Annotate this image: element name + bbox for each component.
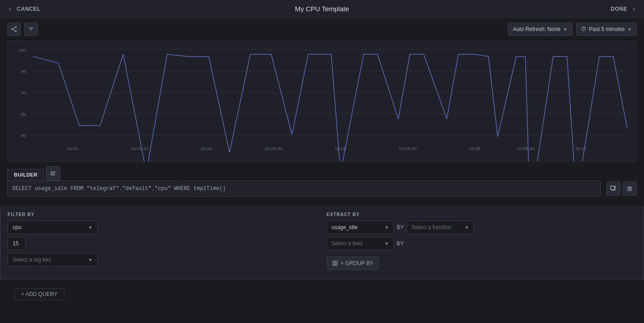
tag-key-select[interactable]: Select a tag key ▼ bbox=[8, 253, 98, 266]
chevron-down-icon: ▼ bbox=[385, 241, 389, 246]
header: ‹ CANCEL My CPU Template DONE › bbox=[0, 0, 644, 18]
builder-body: FILTER BY cpu ▼ 15 Select a tag key ▼ EX… bbox=[0, 206, 644, 279]
copy-query-button[interactable] bbox=[606, 181, 621, 196]
filter-by-section: FILTER BY cpu ▼ 15 Select a tag key ▼ bbox=[8, 212, 318, 273]
chevron-down-icon: ▼ bbox=[465, 225, 469, 230]
svg-text:16:03: 16:03 bbox=[67, 146, 78, 151]
sql-text: SELECT usage_idle FROM "telegraf"."defau… bbox=[12, 186, 596, 192]
chevron-down-icon: ▼ bbox=[563, 27, 568, 32]
function-placeholder: Select a function bbox=[411, 224, 452, 230]
svg-rect-29 bbox=[50, 174, 55, 175]
delete-query-button[interactable] bbox=[622, 181, 637, 196]
extract-by-label: EXTRACT BY bbox=[326, 212, 636, 217]
extract-by-section: EXTRACT BY usage_idle ▼ BY Select a func… bbox=[326, 212, 636, 273]
svg-rect-37 bbox=[335, 264, 337, 265]
svg-rect-27 bbox=[50, 172, 56, 173]
clock-icon: ⏱ bbox=[581, 26, 586, 32]
filter-by-label: FILTER BY bbox=[8, 212, 318, 217]
done-button[interactable]: DONE bbox=[611, 6, 627, 12]
line-chart: 100 95 90 85 80 16:03 16:03:30 16:04 16:… bbox=[8, 41, 636, 161]
svg-rect-33 bbox=[628, 187, 631, 190]
svg-text:16:04: 16:04 bbox=[201, 146, 212, 151]
query-actions bbox=[606, 181, 637, 196]
svg-rect-28 bbox=[50, 173, 54, 174]
svg-text:16:04:30: 16:04:30 bbox=[264, 146, 282, 151]
by-label-1: BY bbox=[397, 224, 404, 230]
svg-point-1 bbox=[12, 29, 13, 30]
time-range-label: Past 5 minutes bbox=[589, 26, 625, 32]
tag-value: 15 bbox=[8, 237, 26, 250]
toolbar-right: Auto Refresh: None ▼ ⏱ Past 5 minutes ▼ bbox=[508, 22, 637, 36]
chart-container: 100 95 90 85 80 16:03 16:03:30 16:04 16:… bbox=[7, 40, 637, 162]
field-placeholder: Select a field bbox=[331, 240, 362, 247]
chevron-down-icon: ▼ bbox=[88, 225, 93, 230]
tag-key-row: Select a tag key ▼ bbox=[8, 253, 318, 266]
chart-line bbox=[33, 54, 627, 161]
svg-point-2 bbox=[15, 31, 17, 32]
group-by-label: + GROUP BY bbox=[340, 260, 373, 266]
sort-button[interactable] bbox=[24, 22, 38, 36]
toolbar-left bbox=[7, 22, 38, 36]
function-select[interactable]: Select a function ▼ bbox=[407, 221, 474, 234]
builder-tab[interactable]: BUILDER bbox=[7, 169, 44, 181]
header-right: DONE › bbox=[611, 3, 637, 15]
back-arrow-icon[interactable]: ‹ bbox=[7, 3, 13, 15]
svg-text:16:06: 16:06 bbox=[469, 146, 480, 151]
second-field-row: Select a field ▼ BY bbox=[326, 237, 636, 250]
svg-rect-31 bbox=[611, 186, 614, 190]
add-query-button[interactable]: + ADD QUERY bbox=[14, 288, 64, 300]
measurement-value: cpu bbox=[13, 224, 21, 230]
svg-text:85: 85 bbox=[21, 112, 27, 117]
svg-text:100: 100 bbox=[18, 48, 27, 53]
chevron-down-icon: ▼ bbox=[88, 257, 93, 262]
header-left: ‹ CANCEL bbox=[7, 3, 40, 15]
svg-text:16:05:30: 16:05:30 bbox=[398, 146, 416, 151]
toolbar: Auto Refresh: None ▼ ⏱ Past 5 minutes ▼ bbox=[0, 18, 644, 40]
tag-key-placeholder: Select a tag key bbox=[13, 257, 51, 263]
query-tab-bar: BUILDER SELECT usage_idle FROM "telegraf… bbox=[7, 166, 637, 197]
svg-rect-34 bbox=[333, 261, 335, 263]
field-select[interactable]: usage_idle ▼ bbox=[326, 221, 394, 234]
query-full-row: BUILDER SELECT usage_idle FROM "telegraf… bbox=[7, 166, 637, 197]
add-query-area: + ADD QUERY bbox=[0, 279, 644, 309]
sql-query-display: SELECT usage_idle FROM "telegraf"."defau… bbox=[7, 181, 601, 197]
measurement-select[interactable]: cpu ▼ bbox=[8, 221, 98, 234]
svg-line-3 bbox=[13, 27, 15, 29]
page-title: My CPU Template bbox=[295, 5, 349, 13]
measurement-row: cpu ▼ bbox=[8, 221, 318, 234]
by-label-2: BY bbox=[397, 240, 404, 247]
group-by-row: + GROUP BY bbox=[326, 253, 636, 270]
svg-text:16:06:30: 16:06:30 bbox=[516, 146, 534, 151]
svg-rect-36 bbox=[333, 264, 335, 265]
second-field-select[interactable]: Select a field ▼ bbox=[326, 237, 394, 250]
auto-refresh-label: Auto Refresh: None bbox=[513, 26, 560, 32]
time-range-dropdown[interactable]: ⏱ Past 5 minutes ▼ bbox=[576, 22, 637, 36]
group-by-button[interactable]: + GROUP BY bbox=[326, 257, 379, 270]
svg-text:16:03:30: 16:03:30 bbox=[130, 146, 148, 151]
raw-tab[interactable] bbox=[46, 166, 60, 181]
forward-arrow-icon[interactable]: › bbox=[631, 3, 637, 15]
chevron-down-icon: ▼ bbox=[385, 225, 389, 230]
svg-point-0 bbox=[15, 27, 17, 28]
share-button[interactable] bbox=[7, 22, 21, 36]
cancel-button[interactable]: CANCEL bbox=[17, 6, 40, 12]
query-area: BUILDER SELECT usage_idle FROM "telegraf… bbox=[0, 162, 644, 206]
tag-row: 15 bbox=[8, 237, 318, 250]
chevron-down-icon: ▼ bbox=[627, 27, 632, 32]
svg-text:90: 90 bbox=[21, 90, 27, 95]
auto-refresh-dropdown[interactable]: Auto Refresh: None ▼ bbox=[508, 22, 572, 36]
svg-text:80: 80 bbox=[21, 133, 27, 138]
svg-text:95: 95 bbox=[21, 69, 27, 74]
svg-rect-35 bbox=[335, 261, 337, 263]
svg-line-4 bbox=[13, 30, 15, 31]
field-value: usage_idle bbox=[331, 224, 358, 230]
field-function-row: usage_idle ▼ BY Select a function ▼ bbox=[326, 221, 636, 234]
